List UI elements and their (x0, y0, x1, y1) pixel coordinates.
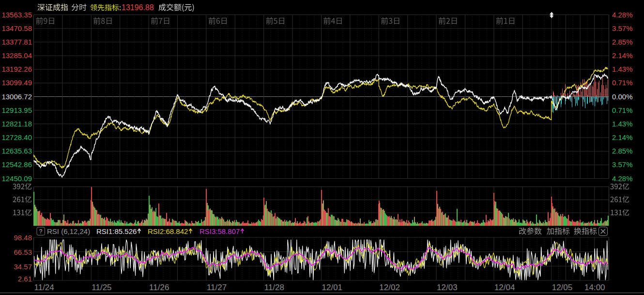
svg-text:11/24: 11/24 (34, 283, 54, 292)
svg-text:34.57: 34.57 (14, 263, 32, 271)
svg-text:12450.09: 12450.09 (1, 174, 32, 183)
svg-text:13192.26: 13192.26 (1, 65, 32, 73)
svg-text:12/05: 12/05 (552, 283, 573, 292)
svg-text:0.71%: 0.71% (612, 78, 633, 87)
svg-text:12/03: 12/03 (437, 283, 458, 292)
svg-text:3.57%: 3.57% (612, 160, 633, 169)
svg-text:13099.49: 13099.49 (1, 78, 32, 87)
svg-text:2.14%: 2.14% (612, 51, 633, 60)
svg-text:RSI2:68.842: RSI2:68.842 (148, 227, 188, 235)
svg-text:11/28: 11/28 (264, 283, 284, 292)
svg-text:12635.63: 12635.63 (1, 147, 32, 155)
svg-text:13470.58: 13470.58 (1, 24, 32, 32)
svg-text:12913.95: 12913.95 (1, 106, 32, 114)
svg-text:13196.88: 13196.88 (122, 3, 154, 12)
svg-text:11/25: 11/25 (92, 283, 111, 292)
svg-text:12/01: 12/01 (322, 283, 343, 292)
svg-text:2.85%: 2.85% (612, 147, 633, 155)
svg-text:13285.04: 13285.04 (1, 51, 32, 60)
svg-text:3.57%: 3.57% (612, 24, 633, 32)
svg-text:14:00: 14:00 (584, 283, 605, 292)
svg-text:11/26: 11/26 (149, 283, 169, 292)
svg-text:13563.35: 13563.35 (1, 11, 32, 19)
svg-text:12542.86: 12542.86 (1, 160, 32, 169)
svg-text:11/27: 11/27 (207, 283, 227, 292)
svg-text:66.53: 66.53 (14, 248, 32, 256)
svg-text:12821.18: 12821.18 (1, 120, 32, 128)
svg-text:12728.40: 12728.40 (1, 133, 32, 141)
svg-text:12/04: 12/04 (494, 283, 515, 292)
svg-text:4.28%: 4.28% (612, 11, 633, 19)
svg-text:0.71%: 0.71% (612, 106, 633, 114)
svg-text:2.61: 2.61 (18, 275, 32, 283)
svg-text:4.28%: 4.28% (612, 174, 633, 183)
svg-text:RSI1:85.526: RSI1:85.526 (96, 227, 137, 235)
svg-text:?: ? (39, 228, 43, 235)
svg-text:1.43%: 1.43% (612, 65, 633, 73)
svg-text:13006.72: 13006.72 (1, 93, 32, 101)
svg-text:0.00%: 0.00% (612, 93, 633, 101)
svg-text:2.85%: 2.85% (612, 38, 633, 46)
svg-text:RSI3:58.807: RSI3:58.807 (199, 227, 240, 235)
svg-text:98.48: 98.48 (14, 233, 32, 242)
svg-text:1.43%: 1.43% (612, 120, 633, 128)
svg-text:2.14%: 2.14% (612, 133, 633, 141)
svg-text:RSI (6,12,24): RSI (6,12,24) (47, 227, 90, 235)
svg-text:13377.81: 13377.81 (1, 38, 32, 46)
svg-text:12/02: 12/02 (379, 283, 400, 292)
